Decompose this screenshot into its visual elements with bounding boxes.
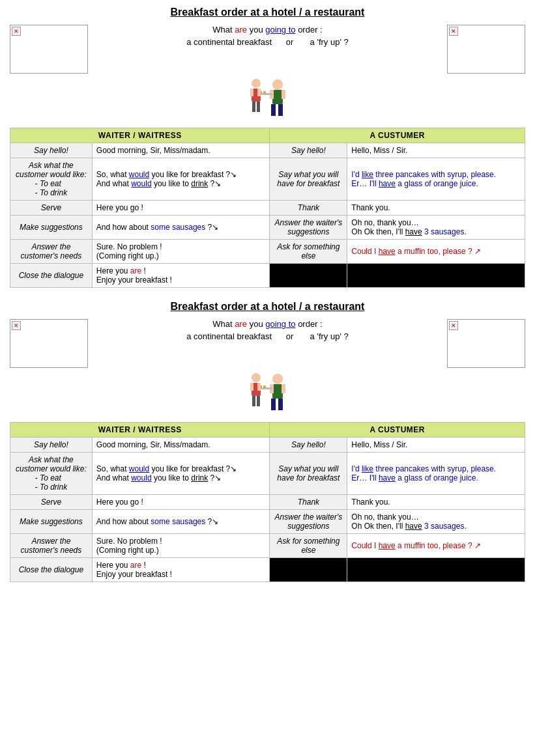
left-image-box-2: ✕ <box>10 319 88 368</box>
customer-role-cell: Say hello! <box>270 438 347 453</box>
broken-image-icon-3: ✕ <box>12 321 21 330</box>
customer-text-cell: Oh no, thank you… Oh Ok then, I'll have … <box>347 216 525 240</box>
section-1: Breakfast order at a hotel / a restauran… <box>10 7 525 288</box>
customer-role-cell: Thank <box>270 201 347 216</box>
svg-rect-17 <box>271 399 276 410</box>
sausages-text: some sausages <box>151 223 205 232</box>
svg-point-0 <box>272 79 283 90</box>
waiter-text-cell: And how about some sausages ?↘ <box>92 510 270 534</box>
waiter-role-cell: Answer the customer's needs <box>10 534 93 558</box>
have-text5: have <box>379 473 396 483</box>
header-area-1: ✕ What are you going to order : a contin… <box>10 25 525 74</box>
table-row: Close the dialogue Here you are !Enjoy y… <box>10 264 525 288</box>
have-text3: have <box>405 227 422 236</box>
waiter-text-cell: Sure. No problem !(Coming right up.) <box>92 240 270 264</box>
svg-rect-28 <box>252 396 255 406</box>
right-image-box-2: ✕ <box>447 319 525 368</box>
waiter-illustration-1 <box>10 77 525 124</box>
customer-role-cell: Thank <box>270 495 347 510</box>
waiter-role-cell: Ask what the customer would like: To eat… <box>10 158 93 201</box>
table-row: Say hello! Good morning, Sir, Miss/madam… <box>10 438 525 453</box>
waiter-header-1: WAITER / WAITRESS <box>10 128 270 143</box>
waiter-text-cell: So, what would you like for breakfast ?↘… <box>92 453 270 495</box>
black-fill-cell2 <box>347 264 525 288</box>
sausages-text2: some sausages <box>151 517 205 526</box>
svg-rect-27 <box>257 383 261 391</box>
would-text: would <box>129 170 149 179</box>
waiter-text-cell: So, what would you like for breakfast ?↘… <box>92 158 270 201</box>
sausages-count: 3 sausages <box>424 227 464 236</box>
waiter-role-cell: Say hello! <box>10 438 93 453</box>
waiter-role-cell: Close the dialogue <box>10 264 93 288</box>
table-row: Serve Here you go ! Thank Thank you. <box>10 201 525 216</box>
customer-text-cell: Oh no, thank you… Oh Ok then, I'll have … <box>347 510 525 534</box>
black-fill-cell <box>270 264 347 288</box>
customer-header-2: A CUSTUMER <box>270 423 525 438</box>
customer-role-cell: Say hello! <box>270 143 347 158</box>
header-area-2: ✕ What are you going to order : a contin… <box>10 319 525 368</box>
waiter-role-cell: Make suggestions <box>10 510 93 534</box>
customer-text-cell: Could I have a muffin too, please ? ↗ <box>347 534 525 558</box>
black-fill-cell3 <box>270 558 347 582</box>
customer-text-cell: Hello, Miss / Sir. <box>347 438 525 453</box>
svg-point-24 <box>252 373 261 382</box>
waiter-role-cell: Say hello! <box>10 143 93 158</box>
broken-image-icon-1: ✕ <box>12 27 21 36</box>
waiter-role-cell: Serve <box>10 495 93 510</box>
going-text2: going to <box>265 319 295 329</box>
sausages-count2: 3 sausages <box>424 522 464 531</box>
waiter-svg-2 <box>242 371 294 417</box>
have-text7: have <box>379 541 396 550</box>
black-fill-cell4 <box>347 558 525 582</box>
svg-rect-8 <box>263 91 266 94</box>
header-center-1: What are you going to order : a continen… <box>88 25 447 47</box>
header-question-1: What are you going to order : <box>94 25 441 35</box>
waiter-text-cell: And how about some sausages ?↘ <box>92 216 270 240</box>
table-row: Answer the customer's needs Sure. No pro… <box>10 240 525 264</box>
customer-role-cell: Ask for something else <box>270 240 347 264</box>
table-row: Answer the customer's needs Sure. No pro… <box>10 534 525 558</box>
customer-text-cell: Thank you. <box>347 495 525 510</box>
waiter-role-cell: Serve <box>10 201 93 216</box>
have-text: have <box>379 179 396 188</box>
dialogue-table-1: WAITER / WAITRESS A CUSTUMER Say hello! … <box>10 128 525 288</box>
going-text: going to <box>265 25 295 35</box>
svg-rect-16 <box>272 384 283 399</box>
header-choices-2: a continental breakfast or a 'fry up' ? <box>94 331 441 341</box>
waiter-role-cell: Close the dialogue <box>10 558 93 582</box>
like-text: like <box>362 170 373 179</box>
waiter-text-cell: Good morning, Sir, Miss/madam. <box>92 438 270 453</box>
are-text: are <box>235 25 247 35</box>
are-text2: are <box>130 266 141 275</box>
customer-role-cell: Say what you will have for breakfast <box>270 453 347 495</box>
table-row: Make suggestions And how about some saus… <box>10 216 525 240</box>
like-text2: like <box>362 464 373 473</box>
waiter-text-cell: Here you go ! <box>92 495 270 510</box>
svg-rect-26 <box>250 383 253 391</box>
table-row: Make suggestions And how about some saus… <box>10 510 525 534</box>
customer-header-1: A CUSTUMER <box>270 128 525 143</box>
waiter-illustration-2 <box>10 371 525 419</box>
would-text4: would <box>131 473 151 483</box>
table-row: Close the dialogue Here you are !Enjoy y… <box>10 558 525 582</box>
broken-image-icon-2: ✕ <box>449 27 458 36</box>
svg-rect-29 <box>257 396 260 406</box>
waiter-svg-1 <box>242 77 294 122</box>
section-2: Breakfast order at a hotel / a restauran… <box>10 301 525 582</box>
broken-image-icon-4: ✕ <box>449 321 458 330</box>
customer-role-cell: Say what you will have for breakfast <box>270 158 347 201</box>
are-text4: are <box>130 561 141 570</box>
would-text2: would <box>131 179 151 188</box>
table-row: Ask what the customer would like: To eat… <box>10 453 525 495</box>
have-text6: have <box>405 522 422 531</box>
customer-role-cell: Ask for something else <box>270 534 347 558</box>
svg-rect-1 <box>272 90 283 104</box>
are-text3: are <box>235 319 247 329</box>
customer-text-cell: Could I have a muffin too, please ? ↗ <box>347 240 525 264</box>
waiter-text-cell: Here you are !Enjoy your breakfast ! <box>92 264 270 288</box>
drink-text2: drink <box>191 473 208 483</box>
customer-text-cell: I'd like three pancakes with syrup, plea… <box>347 453 525 495</box>
drink-text: drink <box>191 179 208 188</box>
header-choices-1: a continental breakfast or a 'fry up' ? <box>94 37 441 47</box>
svg-point-9 <box>252 79 261 88</box>
